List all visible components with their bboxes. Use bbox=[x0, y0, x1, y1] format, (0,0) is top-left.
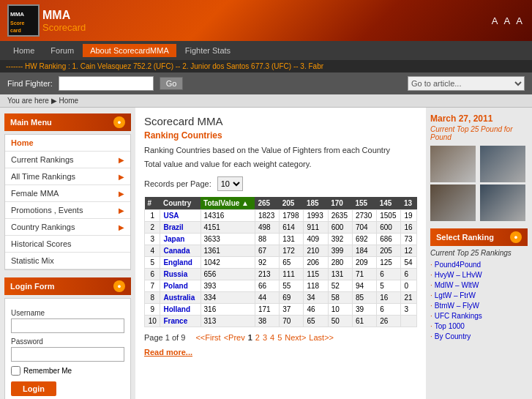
ranking-link-ufc[interactable]: ·UFC Rankings bbox=[430, 311, 528, 320]
table-cell: 2635 bbox=[328, 209, 352, 221]
pagination-page-2[interactable]: 2 bbox=[255, 333, 260, 342]
table-cell: 1798 bbox=[280, 209, 304, 221]
nav-about[interactable]: About ScorecardMMA bbox=[83, 44, 176, 57]
table-cell: 614 bbox=[280, 221, 304, 233]
table-cell: 21 bbox=[401, 291, 417, 303]
table-row: 1USA1431618231798199326352730150519 bbox=[145, 209, 417, 221]
table-cell: 210 bbox=[304, 245, 328, 256]
pagination-page-5[interactable]: 5 bbox=[277, 333, 282, 342]
page-title: Scorecard MMA bbox=[144, 115, 417, 127]
table-cell[interactable]: England bbox=[160, 256, 201, 268]
fighter-photo-2 bbox=[480, 146, 525, 182]
pagination-next[interactable]: Next> bbox=[285, 333, 306, 342]
table-row: 9Holland3161713746103963 bbox=[145, 303, 417, 315]
pagination-page-4[interactable]: 4 bbox=[270, 333, 274, 342]
table-cell: 44 bbox=[255, 291, 279, 303]
ranking-link-lgt[interactable]: ·LgtW – FtrW bbox=[430, 291, 528, 299]
login-button[interactable]: Login bbox=[11, 381, 56, 396]
nav-forum[interactable]: Forum bbox=[43, 44, 81, 57]
table-cell[interactable]: Japan bbox=[160, 233, 201, 245]
read-more-link[interactable]: Read more... bbox=[144, 348, 417, 357]
table-cell: 10 bbox=[328, 303, 352, 315]
table-cell: 2730 bbox=[352, 209, 376, 221]
table-cell: 131 bbox=[328, 268, 352, 280]
nav-fighter-stats[interactable]: Fighter Stats bbox=[178, 44, 238, 57]
table-cell: 125 bbox=[377, 256, 401, 268]
table-cell[interactable]: Canada bbox=[160, 245, 201, 256]
sidebar-item-statistic[interactable]: Statistic Mix bbox=[5, 253, 130, 269]
pagination-last[interactable]: Last>> bbox=[309, 333, 334, 342]
right-sidebar: March 27, 2011 Current Top 25 Pound for … bbox=[426, 108, 532, 399]
table-cell: 88 bbox=[255, 233, 279, 245]
main-menu: Home Current Rankings▶ All Time Rankings… bbox=[4, 134, 131, 270]
col-205: 205 bbox=[280, 197, 304, 210]
table-cell: 213 bbox=[255, 268, 279, 280]
table-row: 10France313387065506126 bbox=[145, 315, 417, 327]
ranking-link-mdl[interactable]: ·MdlW – WltW bbox=[430, 280, 528, 289]
login-form-icon: ● bbox=[113, 280, 125, 292]
fighter-photo-4 bbox=[480, 184, 525, 221]
table-cell: 399 bbox=[328, 245, 352, 256]
table-cell: 65 bbox=[280, 256, 304, 268]
pagination-page-3[interactable]: 3 bbox=[263, 333, 267, 342]
pagination-first[interactable]: <<First bbox=[195, 333, 220, 342]
sidebar-item-home[interactable]: Home bbox=[5, 135, 130, 152]
password-input[interactable] bbox=[11, 347, 124, 362]
select-ranking-icon: ● bbox=[510, 231, 522, 243]
sidebar-item-promotions[interactable]: Promotions , Events▶ bbox=[5, 202, 130, 219]
breadcrumb-home[interactable]: Home bbox=[59, 97, 78, 105]
table-cell[interactable]: Russia bbox=[160, 268, 201, 280]
ranking-link-top1000[interactable]: ·Top 1000 bbox=[430, 321, 528, 330]
sidebar-item-female-mma[interactable]: Female MMA▶ bbox=[5, 185, 130, 202]
remember-me-checkbox[interactable] bbox=[11, 366, 20, 376]
sidebar-item-all-time-rankings[interactable]: All Time Rankings▶ bbox=[5, 168, 130, 185]
table-cell[interactable]: Poland bbox=[160, 280, 201, 291]
sidebar-item-country-rankings[interactable]: Country Rankings▶ bbox=[5, 219, 130, 236]
table-cell: 0 bbox=[401, 280, 417, 291]
table-cell: 8 bbox=[145, 291, 160, 303]
go-to-article-select[interactable]: Go to article... bbox=[408, 76, 525, 91]
table-cell: 14316 bbox=[201, 209, 255, 221]
content-desc2: Total value and value for each weight ca… bbox=[144, 159, 417, 170]
nav-home[interactable]: Home bbox=[6, 44, 42, 57]
ranking-subtitle: Current Top 25 Rankings bbox=[430, 249, 528, 257]
table-cell: 94 bbox=[352, 280, 376, 291]
table-cell: 171 bbox=[255, 303, 279, 315]
table-cell: 656 bbox=[201, 268, 255, 280]
table-cell: 85 bbox=[352, 291, 376, 303]
table-cell[interactable]: Holland bbox=[160, 303, 201, 315]
ranking-link-p4p[interactable]: ·Pound4Pound bbox=[430, 260, 528, 269]
table-cell: 600 bbox=[377, 221, 401, 233]
ranking-link-btm[interactable]: ·BtmW – FlyW bbox=[430, 301, 528, 310]
table-cell: 600 bbox=[328, 221, 352, 233]
font-size-controls[interactable]: A A A bbox=[492, 15, 525, 26]
col-rank: # bbox=[145, 197, 160, 210]
sidebar-item-current-rankings[interactable]: Current Rankings▶ bbox=[5, 152, 130, 168]
table-cell[interactable]: Australia bbox=[160, 291, 201, 303]
go-button[interactable]: Go bbox=[160, 77, 184, 90]
left-sidebar: Main Menu ● Home Current Rankings▶ All T… bbox=[0, 108, 135, 399]
find-fighter-input[interactable] bbox=[59, 76, 154, 91]
table-cell: 184 bbox=[352, 245, 376, 256]
table-cell: 58 bbox=[328, 291, 352, 303]
sidebar-item-historical[interactable]: Historical Scores bbox=[5, 236, 130, 253]
ranking-link-hvy[interactable]: ·HvyW – LHvW bbox=[430, 270, 528, 279]
ranking-link-country[interactable]: ·By Country bbox=[430, 332, 528, 340]
table-cell: 118 bbox=[304, 280, 328, 291]
pagination-page-1[interactable]: 1 bbox=[248, 333, 252, 342]
find-fighter-label: Find Fighter: bbox=[7, 79, 53, 88]
fighter-photo-3 bbox=[430, 184, 476, 221]
table-cell[interactable]: USA bbox=[160, 209, 201, 221]
table-row: 3Japan36338813140939269268673 bbox=[145, 233, 417, 245]
col-total: TotalValue ▲ bbox=[201, 197, 255, 210]
username-input[interactable] bbox=[11, 318, 124, 333]
table-cell: 7 bbox=[145, 280, 160, 291]
records-select[interactable]: 10 25 50 bbox=[217, 176, 243, 191]
table-cell: 1993 bbox=[304, 209, 328, 221]
pagination-prev[interactable]: <Prev bbox=[224, 333, 245, 342]
logo-mma: MMA bbox=[42, 9, 86, 22]
table-cell: 334 bbox=[201, 291, 255, 303]
table-cell[interactable]: Brazil bbox=[160, 221, 201, 233]
col-265: 265 bbox=[255, 197, 279, 210]
table-cell[interactable]: France bbox=[160, 315, 201, 327]
